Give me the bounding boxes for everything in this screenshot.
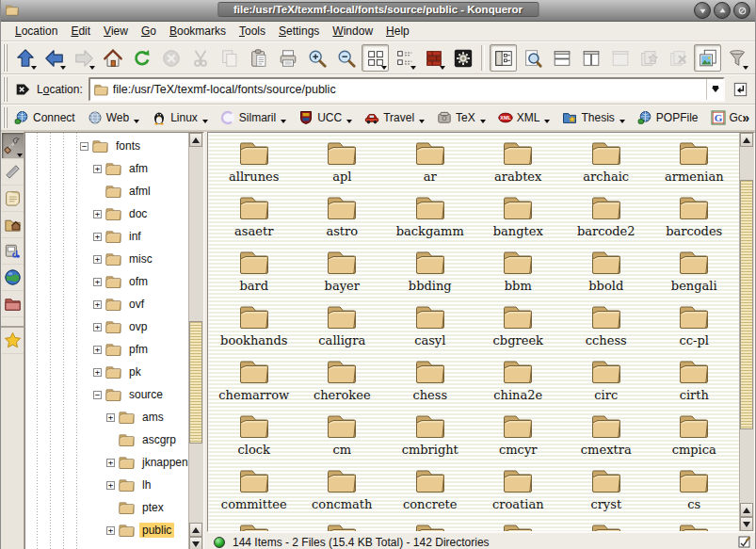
bookmark-silmaril[interactable]: Silmaril [217, 108, 290, 127]
folder-unlabeled[interactable] [651, 519, 739, 532]
folder-unlabeled[interactable] [475, 519, 563, 532]
folder-chess[interactable]: chess [386, 355, 475, 410]
folder-ar[interactable]: ar [386, 137, 475, 191]
image-preview-button[interactable] [694, 44, 721, 72]
folder-cbgreek[interactable]: cbgreek [475, 300, 563, 355]
folder-barcode2[interactable]: barcode2 [562, 191, 651, 246]
folder-cirth[interactable]: cirth [651, 355, 739, 410]
folder-label[interactable]: cmpica [672, 443, 716, 457]
menu-bookmarks[interactable]: Bookmarks [163, 23, 233, 40]
folder-label[interactable]: cmcyr [499, 443, 537, 457]
folder-casyl[interactable]: casyl [386, 300, 475, 355]
folder-astro[interactable]: astro [298, 191, 387, 246]
folder-bard[interactable]: bard [210, 246, 298, 300]
view-scroll-up-icon[interactable] [740, 133, 753, 147]
bookmark-thesis[interactable]: Thesis [558, 108, 628, 127]
tree-item-pfm[interactable]: +pfm [25, 338, 189, 361]
sidebar-services-button[interactable] [2, 238, 24, 265]
folder-label[interactable]: bengali [671, 279, 717, 293]
folder-label[interactable]: ar [424, 170, 437, 184]
folder-concmath[interactable]: concmath [298, 464, 387, 519]
folder-label[interactable]: allrunes [229, 170, 279, 184]
folder-clock[interactable]: clock [210, 410, 298, 464]
back-button[interactable] [40, 44, 68, 72]
multicolumn-view-button[interactable] [391, 44, 418, 72]
folder-label[interactable]: calligra [318, 333, 365, 347]
folder-label[interactable]: concrete [403, 497, 458, 511]
folder-apl[interactable]: apl [298, 137, 387, 191]
folder-cmcyr[interactable]: cmcyr [475, 410, 563, 464]
folder-bookhands[interactable]: bookhands [210, 300, 298, 355]
folder-label[interactable]: chess [412, 388, 447, 402]
expand-icon[interactable]: + [93, 233, 102, 241]
folder-bbm[interactable]: bbm [475, 246, 563, 300]
bookmark-google[interactable]: GGoogle [707, 108, 743, 127]
folder-label[interactable]: croatian [492, 497, 544, 511]
folder-label[interactable]: bayer [325, 279, 360, 293]
dropdown-arrow-icon[interactable] [544, 120, 550, 123]
tree-scroll-up-icon[interactable] [189, 133, 202, 147]
menu-view[interactable]: View [97, 23, 135, 40]
icon-view-button[interactable] [362, 44, 389, 72]
folder-label[interactable]: barcode2 [577, 224, 635, 238]
dropdown-arrow-icon[interactable] [440, 66, 445, 70]
menu-edit[interactable]: Edit [64, 23, 97, 40]
dropdown-arrow-icon[interactable] [89, 66, 95, 70]
title-bar[interactable]: file:/usr/TeX/texmf-local/fonts/source/p… [1, 0, 755, 22]
tree-item-afml[interactable]: afml [25, 180, 189, 202]
tree-item-label[interactable]: ptex [139, 500, 167, 515]
dropdown-arrow-icon[interactable] [17, 153, 23, 157]
folder-bangtex[interactable]: bangtex [475, 191, 563, 246]
folder-label[interactable]: bbding [409, 279, 452, 293]
tree-item-label[interactable]: ofm [126, 274, 151, 289]
tree-item-label[interactable]: jknappen [139, 455, 191, 470]
tree-item-label[interactable]: ovf [126, 297, 147, 312]
dropdown-arrow-icon[interactable] [381, 66, 387, 70]
zoom-out-button[interactable] [332, 44, 360, 72]
window-folder-icon[interactable] [4, 2, 21, 19]
sidebar-configure-panel-button[interactable] [2, 133, 24, 159]
dropdown-arrow-icon[interactable] [410, 66, 416, 70]
bookmark-tex[interactable]: TeX [433, 108, 490, 127]
folder-label[interactable]: cc-pl [680, 333, 709, 347]
folder-asaetr[interactable]: asaetr [210, 191, 298, 246]
folder-cryst[interactable]: cryst [562, 464, 651, 519]
filter-button[interactable] [723, 44, 750, 72]
up-button[interactable] [11, 44, 39, 72]
folder-bbold[interactable]: bbold [562, 246, 651, 300]
tree-item-label[interactable]: lh [139, 477, 153, 492]
bookmark-toolbar-grip[interactable] [3, 107, 8, 128]
clear-location-icon[interactable] [12, 79, 33, 100]
tree-item-ovf[interactable]: +ovf [25, 293, 189, 315]
home-button[interactable] [99, 44, 126, 72]
expand-icon[interactable]: + [93, 323, 102, 331]
bookmark-popfile[interactable]: POPFile [634, 108, 702, 127]
folder-unlabeled[interactable] [562, 519, 651, 532]
folder-calligra[interactable]: calligra [298, 300, 387, 355]
folder-label[interactable]: apl [332, 170, 351, 184]
menu-help[interactable]: Help [379, 23, 416, 40]
statusbar-options-icon[interactable] [738, 536, 751, 549]
tree-item-source[interactable]: −source [25, 383, 189, 406]
tree-item-misc[interactable]: +misc [25, 248, 189, 270]
folder-bayer[interactable]: bayer [298, 246, 387, 300]
zoom-in-button[interactable] [303, 44, 330, 72]
tree-item-fonts[interactable]: −fonts [25, 135, 189, 157]
bookmark-connect[interactable]: Connect [10, 108, 79, 127]
folder-label[interactable]: barcodes [666, 224, 722, 238]
view-scroll-thumb[interactable] [740, 180, 753, 429]
folder-arabtex[interactable]: arabtex [475, 137, 563, 191]
folder-cchess[interactable]: cchess [562, 300, 651, 355]
folder-label[interactable]: cs [687, 497, 700, 511]
menu-location[interactable]: Location [8, 23, 64, 40]
folder-label[interactable]: bbold [588, 279, 623, 293]
sidebar-root-folder-button[interactable] [2, 291, 24, 317]
dropdown-arrow-icon[interactable] [281, 120, 286, 123]
menu-tools[interactable]: Tools [233, 23, 272, 40]
dropdown-arrow-icon[interactable] [346, 120, 352, 123]
tree-item-lh[interactable]: +lh [25, 474, 189, 496]
tree-item-label[interactable]: ovp [126, 319, 150, 334]
folder-label[interactable]: bangtex [493, 224, 543, 238]
folder-label[interactable]: asaetr [234, 224, 273, 238]
folder-label[interactable]: backgamm [396, 224, 464, 238]
